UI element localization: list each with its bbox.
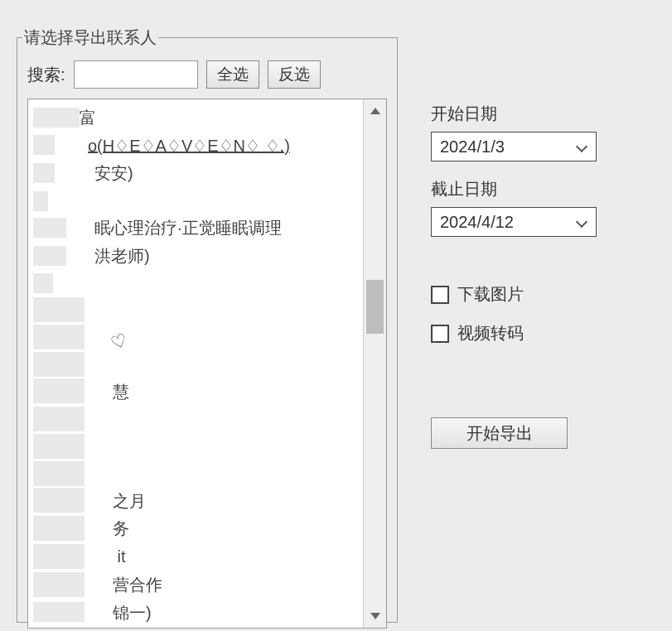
redacted-block [33,325,85,349]
chevron-down-icon [576,216,587,228]
scroll-up-icon[interactable] [364,99,386,123]
right-panel: 开始日期 2024/1/3 截止日期 2024/4/12 下载图片 视频转码 开… [431,17,597,623]
scroll-down-icon[interactable] [364,605,386,628]
redacted-block [33,297,85,322]
list-item[interactable]: it [33,542,358,570]
gap [55,135,88,155]
contact-text: 眠心理治疗·正觉睡眠调理 [94,219,282,237]
start-export-button[interactable]: 开始导出 [431,417,568,449]
chevron-up-icon [370,108,380,114]
contact-text: 洪老师) [94,247,150,265]
scrollbar [363,99,386,628]
start-date-label: 开始日期 [431,103,597,125]
gap [85,516,113,541]
list-item[interactable] [33,186,358,213]
list-item[interactable] [33,431,358,459]
download-images-label: 下载图片 [457,283,524,306]
redacted-block [33,246,66,266]
list-item[interactable]: 眠心理治疗·正觉睡眠调理 [33,213,358,241]
contacts-list: 富o(H♢E♢A♢V♢E♢N♢ ♢.)安安)眠心理治疗·正觉睡眠调理洪老师)慧之… [27,99,387,629]
redacted-block [33,378,85,403]
redacted-block [33,488,85,513]
list-item[interactable]: 慧 [33,377,358,405]
download-images-checkbox[interactable] [431,286,449,304]
redacted-block [33,407,85,431]
contact-text: o(H♢E♢A♢V♢E♢N♢ ♢.) [88,136,290,154]
invert-selection-button[interactable]: 反选 [268,60,321,89]
redacted-block [33,434,85,459]
search-input[interactable] [74,60,198,89]
start-date-picker[interactable]: 2024/1/3 [431,132,597,161]
gap [66,218,94,238]
list-item[interactable]: 洪老师) [33,241,358,269]
redacted-block [33,163,55,183]
list-item[interactable]: 务 [33,513,358,542]
list-item[interactable]: o(H♢E♢A♢V♢E♢N♢ ♢.) [33,131,358,159]
chevron-down-icon [370,613,380,619]
end-date-label: 截止日期 [431,178,597,200]
list-item[interactable] [33,269,358,296]
list-item[interactable] [33,459,358,486]
download-images-option: 下载图片 [431,283,597,306]
gap [85,572,113,597]
transcode-video-checkbox[interactable] [431,325,449,343]
contact-text: 务 [113,519,129,537]
gap [66,246,94,266]
redacted-block [33,461,85,486]
end-date-picker[interactable]: 2024/4/12 [431,207,597,237]
transcode-video-label: 视频转码 [457,322,524,344]
start-date-value: 2024/1/3 [440,137,505,157]
contact-text: 锦一) [113,603,152,621]
gap [85,325,111,349]
gap [85,488,113,513]
list-item[interactable] [33,296,358,323]
gap [85,602,113,622]
select-all-button[interactable]: 全选 [206,60,259,89]
list-item[interactable]: 安安) [33,158,358,186]
list-item[interactable]: 富 [33,103,358,131]
gap [85,378,113,403]
list-item[interactable]: 之月 [33,486,358,514]
redacted-block [33,191,48,211]
search-label: 搜索: [27,64,65,86]
redacted-block [33,273,53,293]
contact-text: it [113,547,126,566]
contact-text: 之月 [113,491,146,509]
heart-icon [111,329,128,345]
contact-text: 营合作 [113,576,162,594]
gap [85,544,113,569]
contacts-list-content[interactable]: 富o(H♢E♢A♢V♢E♢N♢ ♢.)安安)眠心理治疗·正觉睡眠调理洪老师)慧之… [28,99,363,628]
redacted-block [33,218,66,238]
scroll-thumb[interactable] [366,280,384,334]
contacts-fieldset: 请选择导出联系人 搜索: 全选 反选 富o(H♢E♢A♢V♢E♢N♢ ♢.)安安… [17,26,398,623]
gap [55,163,94,183]
redacted-block [33,108,80,128]
list-item[interactable]: 周一至周五9:00-18:30在线 [33,625,358,628]
list-item[interactable]: 锦一) [33,598,358,626]
redacted-block [33,135,55,155]
list-item[interactable] [33,404,358,431]
scroll-track[interactable] [364,123,386,605]
redacted-block [33,516,85,541]
redacted-block [33,544,85,569]
search-row: 搜索: 全选 反选 [27,60,387,89]
redacted-block [33,572,85,597]
end-date-value: 2024/4/12 [440,213,514,232]
list-item[interactable] [33,322,358,349]
transcode-video-option: 视频转码 [431,322,597,344]
contact-text: 慧 [113,382,129,400]
contact-text: 富 [80,108,96,127]
redacted-block [33,352,85,377]
list-item[interactable] [33,349,358,377]
contact-text: 安安) [94,164,133,182]
list-item[interactable]: 营合作 [33,570,358,598]
chevron-down-icon [576,141,587,152]
fieldset-legend: 请选择导出联系人 [22,26,158,49]
redacted-block [33,602,85,622]
